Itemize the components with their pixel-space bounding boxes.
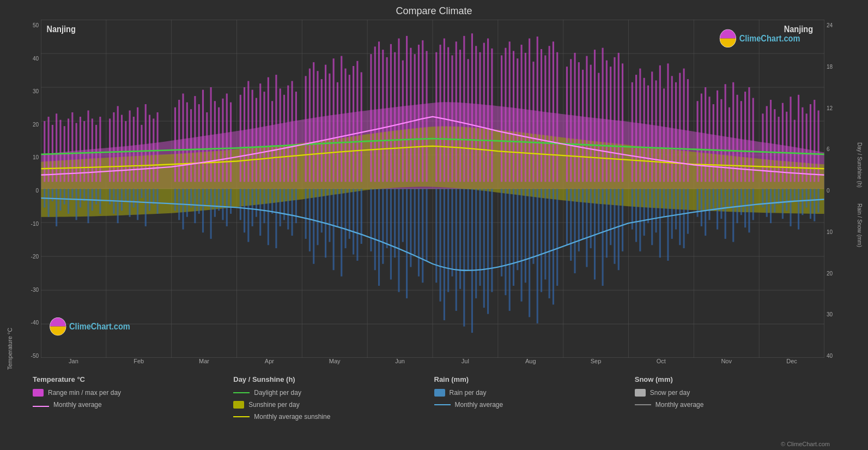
svg-rect-238 [210, 87, 212, 182]
svg-rect-163 [659, 189, 661, 257]
svg-rect-139 [553, 189, 554, 304]
svg-rect-150 [602, 189, 604, 286]
svg-rect-32 [80, 189, 81, 207]
svg-rect-277 [382, 50, 384, 182]
svg-rect-124 [487, 189, 489, 314]
daylight-label: Daylight per day [254, 389, 301, 397]
svg-rect-260 [309, 69, 311, 182]
svg-rect-336 [639, 69, 641, 182]
svg-rect-265 [329, 74, 330, 182]
svg-rect-137 [544, 189, 546, 279]
svg-rect-119 [468, 189, 469, 270]
month-apr: Apr [236, 358, 302, 370]
svg-rect-42 [125, 189, 126, 201]
svg-rect-243 [230, 103, 232, 182]
svg-rect-178 [725, 189, 726, 239]
svg-rect-369 [782, 103, 784, 182]
svg-rect-299 [475, 46, 477, 182]
svg-rect-248 [256, 98, 257, 182]
svg-rect-40 [117, 189, 119, 223]
svg-rect-138 [549, 189, 550, 298]
svg-rect-275 [374, 46, 376, 182]
svg-rect-31 [76, 189, 77, 220]
svg-rect-74 [271, 189, 273, 214]
month-may: May [302, 358, 367, 370]
svg-rect-144 [578, 189, 580, 251]
svg-rect-173 [705, 189, 706, 236]
temp-range-label: Range min / max per day [48, 389, 121, 397]
svg-rect-214 [95, 125, 97, 182]
svg-rect-109 [422, 189, 423, 283]
svg-text:ClimeChart.com: ClimeChart.com [69, 322, 130, 332]
svg-rect-123 [483, 189, 485, 308]
svg-rect-360 [740, 101, 742, 182]
svg-rect-67 [244, 189, 245, 232]
month-aug: Aug [498, 358, 563, 370]
svg-rect-355 [720, 99, 722, 182]
svg-rect-362 [748, 87, 750, 182]
svg-rect-229 [174, 107, 176, 182]
svg-rect-324 [586, 56, 587, 182]
legend-rain-title: Rain (mm) [434, 375, 635, 383]
svg-rect-261 [313, 62, 314, 182]
svg-rect-106 [410, 189, 411, 267]
svg-rect-313 [537, 37, 538, 182]
svg-rect-285 [414, 54, 416, 182]
svg-rect-312 [532, 62, 534, 182]
svg-rect-48 [149, 189, 150, 211]
svg-rect-62 [218, 189, 220, 211]
svg-rect-170 [687, 189, 689, 234]
month-feb: Feb [106, 358, 172, 370]
svg-rect-29 [68, 189, 69, 214]
legend-sunshine-avg: Monthly average sunshine [233, 413, 434, 421]
svg-rect-250 [263, 92, 265, 182]
svg-rect-298 [471, 33, 473, 182]
svg-rect-120 [471, 189, 473, 333]
svg-rect-47 [145, 189, 147, 226]
svg-rect-234 [194, 96, 196, 182]
legend-area: Temperature °C Range min / max per day M… [0, 370, 868, 441]
daylight-line [233, 392, 250, 393]
svg-rect-51 [174, 189, 176, 211]
svg-rect-303 [491, 49, 493, 182]
svg-rect-157 [635, 189, 637, 242]
svg-rect-331 [614, 57, 615, 182]
svg-rect-264 [325, 65, 326, 182]
svg-rect-113 [444, 189, 445, 320]
svg-rect-375 [806, 113, 808, 182]
svg-rect-239 [214, 101, 216, 182]
svg-rect-207 [68, 118, 69, 182]
svg-rect-310 [525, 53, 526, 182]
svg-rect-270 [349, 75, 350, 182]
x-axis: Jan Feb Mar Apr May Jun Jul Aug Sep Oct … [41, 358, 824, 370]
svg-rect-94 [356, 189, 358, 261]
svg-rect-152 [610, 189, 611, 245]
svg-rect-26 [56, 189, 57, 226]
right-axis-labels: 24 18 12 6 0 10 20 30 40 [824, 20, 857, 370]
svg-rect-97 [374, 189, 376, 270]
svg-rect-297 [468, 59, 469, 182]
legend-temp: Temperature °C Range min / max per day M… [33, 375, 233, 435]
svg-rect-282 [402, 61, 404, 182]
legend-snow-bar: Snow per day [635, 389, 835, 397]
svg-rect-361 [744, 92, 746, 182]
svg-rect-350 [701, 93, 702, 182]
svg-rect-200 [817, 189, 819, 213]
svg-rect-116 [456, 189, 457, 311]
svg-rect-77 [283, 189, 285, 220]
snow-avg-line [635, 404, 651, 405]
svg-rect-166 [671, 189, 673, 239]
svg-rect-118 [463, 189, 465, 327]
svg-rect-295 [459, 50, 461, 182]
svg-rect-276 [378, 41, 380, 182]
svg-rect-107 [414, 189, 416, 255]
svg-rect-169 [683, 189, 685, 248]
svg-rect-142 [570, 189, 572, 261]
svg-rect-321 [574, 53, 575, 182]
svg-rect-294 [456, 41, 457, 182]
svg-rect-323 [582, 70, 584, 182]
svg-rect-193 [790, 189, 791, 226]
svg-rect-259 [305, 76, 307, 182]
svg-rect-59 [206, 189, 208, 205]
svg-rect-345 [675, 82, 677, 182]
